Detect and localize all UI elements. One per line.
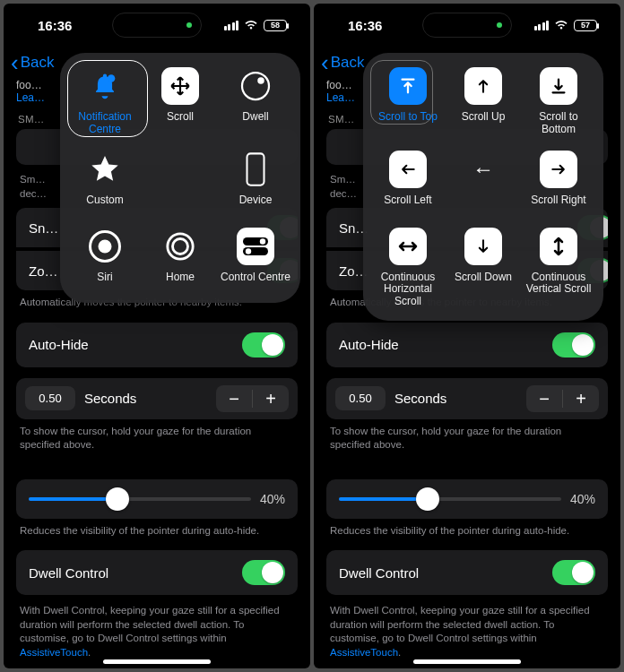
opacity-note: Reduces the visibility of the pointer du… <box>326 519 608 551</box>
opacity-percent: 40% <box>260 492 285 506</box>
arrow-up-icon <box>464 67 502 105</box>
camera-dot-icon <box>186 22 192 28</box>
opacity-slider[interactable] <box>339 497 561 501</box>
dwell-control-row[interactable]: Dwell Control <box>326 550 608 595</box>
phone-left: 16:36 58 ‹ Back foo… Lea… SM… Sm… dec… S… <box>4 4 310 668</box>
scroll-submenu[interactable]: Scroll to Top Scroll Up Scroll to Bottom… <box>363 53 603 321</box>
back-chevron-icon[interactable]: ‹ <box>11 51 19 74</box>
row-label: Sn… <box>29 220 58 236</box>
menu-custom[interactable]: Custom <box>67 151 143 213</box>
opacity-row: 40% <box>16 479 298 519</box>
battery-icon: 58 <box>264 20 287 31</box>
desc-line: Sm… <box>20 174 46 185</box>
dwell-note: With Dwell Control, keeping your gaze st… <box>16 599 298 668</box>
back-button[interactable]: Back <box>21 54 55 72</box>
assistivetouch-link[interactable]: AssistiveTouch <box>330 647 398 658</box>
cellular-icon <box>224 21 239 30</box>
menu-continuous-v-scroll[interactable]: Continuous Vertical Scroll <box>521 228 596 308</box>
back-chevron-icon[interactable]: ‹ <box>321 51 329 74</box>
dwell-toggle[interactable] <box>552 560 595 585</box>
dynamic-island <box>112 13 202 38</box>
auto-hide-row[interactable]: Auto-Hide <box>16 323 298 367</box>
phone-right: 16:36 57 ‹ Back foo… Lea… SM… Sm… dec… S… <box>314 4 620 668</box>
row-label: Zo… <box>29 263 58 279</box>
decrement-button[interactable]: − <box>216 385 252 412</box>
status-icons: 57 <box>534 20 598 31</box>
dwell-label: Dwell Control <box>339 565 419 581</box>
selection-highlight <box>370 60 433 125</box>
duration-unit: Seconds <box>394 391 526 406</box>
svg-point-11 <box>246 248 251 254</box>
duration-unit: Seconds <box>84 391 216 406</box>
auto-hide-label: Auto-Hide <box>29 337 89 352</box>
opacity-slider[interactable] <box>29 497 251 501</box>
desc-line: dec… <box>330 188 357 199</box>
auto-hide-toggle[interactable] <box>552 332 595 358</box>
back-button[interactable]: Back <box>331 54 365 72</box>
horizontal-scroll-icon <box>389 228 427 265</box>
wifi-icon <box>244 20 258 30</box>
slider-knob[interactable] <box>106 487 129 511</box>
clock: 16:36 <box>38 18 72 33</box>
battery-icon: 57 <box>574 20 597 31</box>
siri-icon <box>86 228 124 265</box>
dwell-label: Dwell Control <box>29 565 108 581</box>
camera-dot-icon <box>497 22 502 28</box>
assistivetouch-link[interactable]: AssistiveTouch <box>20 647 88 658</box>
arrow-down-icon <box>464 228 502 265</box>
back-arrow-icon: ← <box>464 151 502 188</box>
status-icons: 58 <box>224 20 288 31</box>
vertical-scroll-icon <box>540 228 577 265</box>
menu-scroll-to-bottom[interactable]: Scroll to Bottom <box>521 67 596 136</box>
menu-device[interactable]: Device <box>218 151 293 213</box>
opacity-note: Reduces the visibility of the pointer du… <box>16 519 298 551</box>
svg-point-5 <box>99 239 112 253</box>
duration-value: 0.50 <box>335 386 386 410</box>
assistive-touch-menu[interactable]: Notification Centre Scroll Dwell Custom <box>60 53 300 303</box>
menu-scroll-up[interactable]: Scroll Up <box>446 67 521 136</box>
clock: 16:36 <box>348 18 382 33</box>
menu-scroll-left[interactable]: Scroll Left <box>370 151 446 213</box>
duration-note: To show the cursor, hold your gaze for t… <box>326 419 608 465</box>
scroll-to-bottom-icon <box>540 67 577 105</box>
menu-scroll-down[interactable]: Scroll Down <box>446 228 521 308</box>
menu-scroll[interactable]: Scroll <box>143 67 218 136</box>
duration-stepper: − + <box>216 385 289 412</box>
menu-home[interactable]: Home <box>143 228 218 290</box>
duration-stepper: − + <box>526 385 599 412</box>
star-icon <box>86 151 124 188</box>
increment-button[interactable]: + <box>253 385 289 412</box>
arrow-right-icon <box>540 151 577 188</box>
menu-scroll-right[interactable]: Scroll Right <box>521 151 596 213</box>
dwell-toggle[interactable] <box>242 560 285 585</box>
menu-dwell[interactable]: Dwell <box>218 67 293 136</box>
menu-control-centre[interactable]: Control Centre <box>218 228 293 290</box>
duration-value: 0.50 <box>25 386 75 410</box>
svg-point-7 <box>173 238 188 254</box>
auto-hide-row[interactable]: Auto-Hide <box>326 323 608 367</box>
control-centre-icon <box>237 228 274 265</box>
opacity-row: 40% <box>326 479 608 519</box>
svg-rect-3 <box>247 153 264 185</box>
dynamic-island <box>422 13 512 38</box>
duration-row: 0.50 Seconds − + <box>326 378 608 419</box>
dwell-control-row[interactable]: Dwell Control <box>16 550 298 595</box>
menu-back[interactable]: ← <box>446 151 521 213</box>
desc-line: Sm… <box>330 174 356 185</box>
scroll-icon <box>161 67 199 105</box>
decrement-button[interactable]: − <box>526 385 562 412</box>
desc-line: dec… <box>20 188 47 199</box>
home-icon <box>161 228 199 265</box>
home-indicator[interactable] <box>413 659 521 664</box>
dwell-note: With Dwell Control, keeping your gaze st… <box>326 599 608 668</box>
svg-point-9 <box>260 238 265 244</box>
auto-hide-label: Auto-Hide <box>339 337 399 352</box>
duration-row: 0.50 Seconds − + <box>16 378 298 419</box>
increment-button[interactable]: + <box>563 385 599 412</box>
slider-knob[interactable] <box>416 487 439 511</box>
menu-continuous-h-scroll[interactable]: Continuous Horizontal Scroll <box>370 228 446 308</box>
home-indicator[interactable] <box>103 659 211 664</box>
menu-siri[interactable]: Siri <box>67 228 143 290</box>
wifi-icon <box>554 20 568 30</box>
auto-hide-toggle[interactable] <box>242 332 285 358</box>
